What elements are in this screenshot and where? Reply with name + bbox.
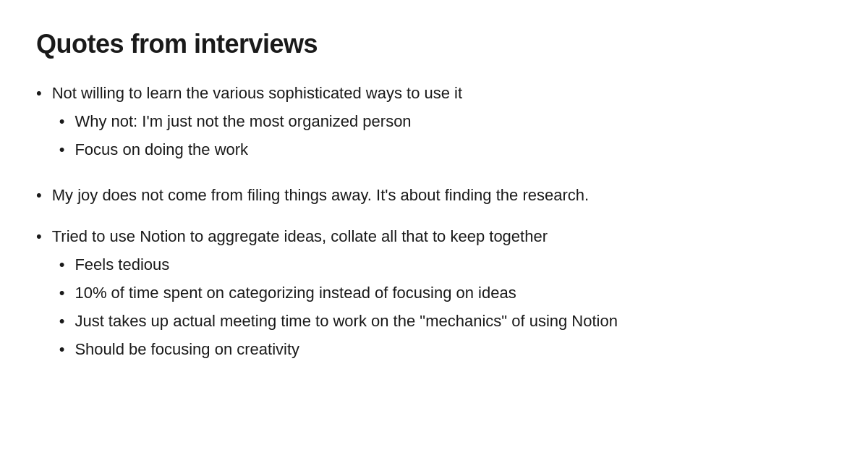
item-text: Not willing to learn the various sophist… <box>52 84 462 102</box>
quotes-list: • Not willing to learn the various sophi… <box>36 81 832 365</box>
list-item: • My joy does not come from filing thing… <box>36 183 832 207</box>
list-item: • Should be focusing on creativity <box>59 337 832 361</box>
item-text: My joy does not come from filing things … <box>52 186 589 204</box>
item-text: Should be focusing on creativity <box>75 337 299 361</box>
list-item: • Just takes up actual meeting time to w… <box>59 309 832 333</box>
item-text: Tried to use Notion to aggregate ideas, … <box>52 227 548 245</box>
item-content: Not willing to learn the various sophist… <box>52 81 832 166</box>
sub-list: • Feels tedious • 10% of time spent on c… <box>52 253 832 361</box>
item-text: Why not: I'm just not the most organized… <box>75 109 411 133</box>
list-item: • 10% of time spent on categorizing inst… <box>59 281 832 305</box>
item-content: My joy does not come from filing things … <box>52 183 832 207</box>
list-item: • Feels tedious <box>59 253 832 276</box>
item-text: Feels tedious <box>75 253 169 276</box>
list-item: • Tried to use Notion to aggregate ideas… <box>36 224 832 365</box>
sub-list: • Why not: I'm just not the most organiz… <box>52 109 832 161</box>
item-text: Focus on doing the work <box>75 137 248 161</box>
list-item: • Why not: I'm just not the most organiz… <box>59 109 832 133</box>
item-content: Tried to use Notion to aggregate ideas, … <box>52 224 832 365</box>
item-text: Just takes up actual meeting time to wor… <box>75 309 618 333</box>
item-text: 10% of time spent on categorizing instea… <box>75 281 516 305</box>
list-item: • Not willing to learn the various sophi… <box>36 81 832 166</box>
page-title: Quotes from interviews <box>36 29 832 59</box>
list-item: • Focus on doing the work <box>59 137 832 161</box>
